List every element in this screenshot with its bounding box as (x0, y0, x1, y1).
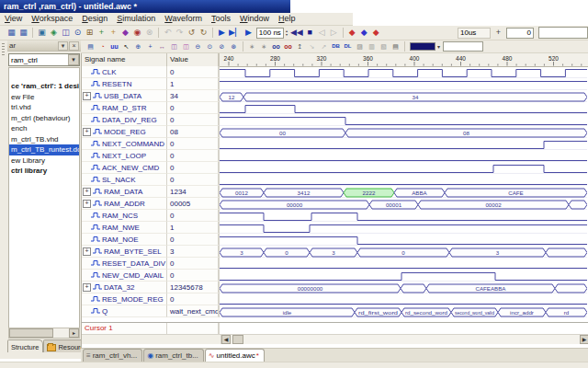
signal-row[interactable]: NEXT_COMMAND0 (82, 138, 588, 150)
compare-waveforms-icon[interactable]: ◫ (169, 41, 179, 52)
tree-item[interactable]: m_ctrl_TB_runtest.do (9, 144, 79, 155)
signal-waveform[interactable] (220, 174, 587, 186)
panel-pin-button[interactable]: ▾ (58, 41, 68, 51)
signal-waveform[interactable] (220, 234, 587, 246)
signal-waveform[interactable] (220, 150, 587, 162)
time-step-field[interactable]: 100 ns (256, 28, 284, 39)
pointer-icon[interactable]: ↖ (121, 41, 131, 52)
restart-sim-icon[interactable]: ↺ (187, 28, 197, 38)
signal-row[interactable]: +DATA_321234567800000000CAFEABBA (82, 282, 588, 293)
document-tab[interactable]: ≡ram_ctrl_vh... (83, 349, 142, 362)
design-combo[interactable]: ram_ctrl ▼ (8, 53, 80, 66)
menu-help[interactable]: Help (274, 13, 300, 23)
insert-cursor-icon[interactable]: ↥ (295, 41, 305, 52)
hierarchy-icon[interactable]: ⊞ (85, 28, 95, 38)
find-next-icon[interactable]: oo (283, 41, 293, 52)
next-edge-icon[interactable]: ↗ (319, 41, 329, 52)
signal-waveform[interactable] (220, 162, 587, 174)
signal-row[interactable]: NEXT_LOOP0 (82, 150, 588, 162)
db-icon[interactable]: DB (331, 41, 341, 52)
expand-icon[interactable]: + (83, 128, 91, 136)
tree-item[interactable]: ench (9, 123, 79, 134)
signal-name-column-header[interactable]: Signal name (82, 53, 167, 66)
tree-item[interactable]: ew Library (9, 155, 79, 167)
expand-icon[interactable]: + (83, 92, 91, 100)
design-browser-icon[interactable]: ◫ (61, 28, 71, 38)
crosshair-icon[interactable]: + (145, 41, 155, 52)
signal-waveform[interactable] (220, 270, 587, 282)
run-for-button[interactable]: ▶▏ (229, 28, 242, 38)
value-column-header[interactable]: Value (167, 53, 220, 66)
waveform-horizontal-scrollbar[interactable]: ◀ ▶ (82, 335, 588, 344)
cascade-windows-icon[interactable]: ▦ (18, 28, 28, 38)
run-button[interactable]: ▶ (217, 28, 227, 38)
copy-icon[interactable]: ▥ (367, 41, 377, 52)
tree-item[interactable]: ctrl library (9, 166, 79, 177)
stop-disabled-icon[interactable]: ⊗ (144, 28, 154, 38)
menu-simulation[interactable]: Simulation (112, 13, 160, 23)
dl-icon[interactable]: DL (343, 41, 353, 52)
signal-row[interactable]: +RAM_BYTE_SEL330303 (82, 246, 588, 258)
save-icon[interactable]: ▤ (85, 41, 96, 52)
prev-edge-icon[interactable]: ↘ (307, 41, 317, 52)
zoom-in-icon[interactable]: ⊕ (133, 41, 143, 52)
expand-icon[interactable]: + (83, 188, 91, 196)
scroll-right-button[interactable]: ▶ (580, 335, 588, 344)
signal-waveform[interactable] (220, 66, 587, 78)
print-icon[interactable]: ▤ (390, 41, 401, 52)
signal-row[interactable]: RES_MODE_REG0 (82, 293, 588, 305)
signal-row[interactable]: +RAM_DATA1234001234122222ABBACAFE (82, 186, 588, 198)
trace-out-icon[interactable]: ◆ (371, 28, 381, 38)
signal-row[interactable]: RAM_NCS0 (82, 210, 588, 222)
signal-filter-combo[interactable] (443, 41, 483, 52)
trace-over-icon[interactable]: ◆ (359, 28, 369, 38)
signal-waveform[interactable] (220, 293, 587, 305)
signal-waveform[interactable] (220, 102, 587, 114)
panel-header[interactable]: ar ▾ × (7, 40, 81, 52)
time-step-spinner[interactable]: ▴▾ (286, 29, 288, 37)
signal-row[interactable]: RESET_DATA_DIV0 (82, 258, 588, 270)
measure-icon[interactable]: ↔ (157, 41, 167, 52)
swatch-dropdown-icon[interactable]: ▾ (437, 43, 440, 50)
tree-item[interactable]: ce 'ram_ctrl': 1 design(s) (9, 81, 79, 92)
export-icon[interactable]: ▧ (379, 41, 389, 52)
signal-row[interactable]: SL_NACK0 (82, 174, 588, 186)
zoom-fit-icon[interactable]: ⊙ (205, 41, 215, 52)
restart-button[interactable]: ◀◀ (290, 28, 303, 38)
compile-icon[interactable]: + (96, 28, 107, 38)
document-tab[interactable]: ∿untitled.awc* (205, 349, 265, 362)
scroll-right-button[interactable]: ▸ (69, 328, 79, 338)
menu-design[interactable]: Design (77, 13, 112, 23)
panel-horizontal-scrollbar[interactable]: ▸ (8, 328, 80, 339)
signal-row[interactable]: RAM_NOE0 (82, 234, 588, 246)
signal-waveform[interactable] (220, 114, 587, 126)
panel-close-button[interactable]: × (69, 41, 79, 51)
document-tab[interactable]: ◉ram_ctrl_tb... (143, 349, 204, 362)
signal-row[interactable]: CLK0 (82, 66, 588, 78)
signal-waveform[interactable] (220, 210, 587, 222)
menu-view[interactable]: View (0, 13, 27, 23)
signal-row[interactable]: RAM_NWE1 (82, 222, 588, 234)
chevron-down-icon[interactable]: ▼ (68, 54, 79, 65)
step-back-button[interactable]: ◁ (317, 28, 327, 38)
signal-row[interactable]: +USB_DATA341234 (82, 90, 588, 102)
signal-row[interactable]: RESETN1 (82, 78, 588, 90)
signal-row[interactable]: DATA_DIV_REG0 (82, 114, 588, 126)
stack-waveforms-icon[interactable]: ◫ (181, 41, 191, 52)
asterisk-small2-icon[interactable]: ∗ (259, 41, 269, 52)
stop-button[interactable]: ■ (305, 28, 315, 38)
zoom-out-icon[interactable]: ⊖ (193, 41, 203, 52)
scroll-left-button[interactable]: ◀ (221, 335, 231, 344)
scroll-track[interactable] (243, 335, 580, 344)
time-ruler[interactable]: 240280320360400440480520 (220, 53, 587, 66)
title-bar[interactable]: ram_ctrl ,ram_ctrl) - untitled.awc * (0, 0, 290, 13)
zoom-prev-icon[interactable]: ⊛ (229, 41, 239, 52)
expand-icon[interactable]: + (83, 283, 91, 292)
signal-waveform[interactable]: 001234122222ABBACAFE (220, 186, 587, 198)
counter-field[interactable]: 0 (506, 28, 534, 39)
signal-row[interactable]: Qwait_next_cmdidlerd_first_wordrd_second… (82, 305, 588, 317)
run-until-button[interactable]: ▶ (243, 28, 254, 38)
menu-waveform[interactable]: Waveform (160, 13, 207, 23)
signal-row[interactable]: +MODE_REG080008 (82, 126, 588, 138)
signal-row[interactable]: +RAM_ADDR00005000000000100002 (82, 198, 588, 210)
